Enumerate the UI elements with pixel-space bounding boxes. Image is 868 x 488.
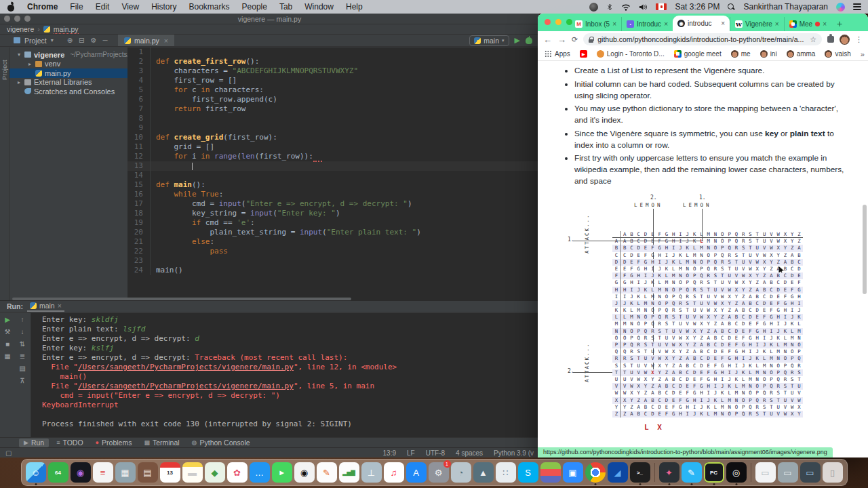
dock-item-minimized-window-3[interactable]: ▭ xyxy=(800,462,821,483)
menu-item-people[interactable]: People xyxy=(242,2,267,12)
code-line-20[interactable]: 20 plain_text_string = input("Enter plai… xyxy=(127,228,539,237)
rerun-button[interactable]: ▶ xyxy=(5,316,10,323)
dock-item-messages[interactable]: … xyxy=(250,462,270,483)
print-icon[interactable]: ▤ xyxy=(19,365,25,372)
dock-item-stacks-app[interactable] xyxy=(540,462,561,483)
scroll-to-end-icon[interactable]: ≣ xyxy=(20,352,25,360)
code-line-24[interactable]: 24main() xyxy=(127,266,539,275)
bookmark-me[interactable]: me xyxy=(731,50,751,58)
stop-button[interactable]: ■ xyxy=(5,340,9,348)
toolbar-icon[interactable]: ⊟ xyxy=(79,37,84,44)
volume-icon[interactable] xyxy=(639,3,648,11)
dock-item-keynote[interactable]: ⊥ xyxy=(361,462,382,483)
toolbar-icon[interactable]: ⊕ xyxy=(67,37,73,44)
browser-tab-inbox-5[interactable]: MInbox (5× xyxy=(570,17,621,31)
menu-item-help[interactable]: Help xyxy=(346,2,363,12)
status-app-icon[interactable] xyxy=(589,3,598,12)
dock-item-photo-viewer[interactable]: ▦ xyxy=(115,462,136,483)
code-line-1[interactable]: 1 xyxy=(127,47,539,57)
bookmark-vaish[interactable]: vaish xyxy=(825,50,850,58)
tool-window-tab-run[interactable]: ▶Run xyxy=(19,439,49,447)
close-run-tab-icon[interactable]: × xyxy=(58,302,62,310)
run-button[interactable]: ▶ xyxy=(515,36,520,45)
up-stack-trace-icon[interactable]: ↑ xyxy=(21,316,24,323)
profile-avatar[interactable] xyxy=(840,35,850,45)
menu-item-bookmarks[interactable]: Bookmarks xyxy=(189,2,230,12)
close-tab-icon[interactable]: × xyxy=(664,20,668,28)
dock-item-obs[interactable]: ◎ xyxy=(726,462,747,483)
editor-horizontal-scrollbar[interactable] xyxy=(12,298,351,300)
restore-layout-icon[interactable]: ▦ xyxy=(4,352,10,360)
menu-item-view[interactable]: View xyxy=(121,2,139,12)
tool-strip-project-label[interactable]: Project xyxy=(1,60,8,80)
input-source-flag-icon[interactable] xyxy=(656,3,667,10)
reload-button[interactable]: ⟳ xyxy=(572,35,578,44)
minimize-window-button[interactable] xyxy=(555,19,561,25)
bluetooth-icon[interactable] xyxy=(606,3,613,12)
browser-tab-vigen-re[interactable]: WVigenère× xyxy=(730,17,784,31)
dock-item-calendar[interactable]: 13 xyxy=(160,462,180,483)
soft-wrap-icon[interactable]: ⇅ xyxy=(20,340,25,348)
close-tab-icon[interactable]: × xyxy=(164,37,168,45)
status-item[interactable]: 4 spaces xyxy=(456,449,483,457)
tree-item-external-libraries[interactable]: ▸External Libraries xyxy=(9,78,127,87)
bookmark-youtube[interactable]: ▶ xyxy=(580,50,587,58)
tree-item-scratches-and-consoles[interactable]: Scratches and Consoles xyxy=(9,87,127,96)
omnibox[interactable]: github.com/pythoncodingkids/introduction… xyxy=(583,33,822,45)
bookmark-amma[interactable]: amma xyxy=(787,50,816,58)
apple-menu-icon[interactable] xyxy=(7,3,15,12)
tool-window-tab-problems[interactable]: ●Problems xyxy=(91,439,137,447)
edit-config-icon[interactable]: ⚒ xyxy=(5,328,11,336)
dock-item-paint-app[interactable]: ✦ xyxy=(659,462,679,483)
menu-user-name[interactable]: Sankirthan Thayaparan xyxy=(743,2,828,12)
code-line-12[interactable]: 12 for i in range(len(first_row)): xyxy=(127,152,539,161)
tree-item-main-py[interactable]: main.py xyxy=(9,68,127,78)
dock-item-zoom[interactable]: ▣ xyxy=(563,462,583,483)
code-line-8[interactable]: 8 xyxy=(127,114,539,123)
close-tab-icon[interactable]: × xyxy=(823,20,827,28)
code-line-10[interactable]: 10def create_grid(first_row): xyxy=(127,133,539,142)
code-line-19[interactable]: 19 if cmd == 'e': xyxy=(127,218,539,228)
browser-tab-introduc[interactable]: ▪Introduc× xyxy=(621,17,673,31)
page-scrollbar[interactable] xyxy=(863,205,867,294)
status-item[interactable]: Python 3.9 (v xyxy=(494,449,534,457)
dock-item-trash[interactable]: ▯ xyxy=(823,462,843,483)
dock-item-bluestacks[interactable]: 64 xyxy=(48,462,68,483)
run-tab-main[interactable]: main × xyxy=(27,301,64,312)
toolbar-icon[interactable]: ─ xyxy=(102,37,107,44)
fullscreen-window-button[interactable] xyxy=(566,19,572,25)
run-configuration-select[interactable]: main ▾ xyxy=(469,35,509,46)
dock-item-siri[interactable]: ◉ xyxy=(71,462,91,483)
down-stack-trace-icon[interactable]: ↓ xyxy=(21,328,24,336)
menu-item-tab[interactable]: Tab xyxy=(279,2,292,12)
dock-item-arcade-app[interactable]: ◉ xyxy=(294,462,315,483)
dock-item-minimized-window-1[interactable]: ▭ xyxy=(755,462,776,483)
status-item[interactable]: UTF-8 xyxy=(426,449,445,457)
close-tab-icon[interactable]: × xyxy=(775,20,779,28)
tree-item-venv[interactable]: ▸venv xyxy=(9,60,127,69)
code-line-18[interactable]: 18 key_string = input("Enter key: ") xyxy=(127,209,539,218)
dock-item-photos[interactable]: ✿ xyxy=(227,462,248,483)
dock-item-textedit[interactable]: ✎ xyxy=(317,462,337,483)
project-panel-header[interactable]: Project ▾ ⊕⊟⚙─ xyxy=(0,35,118,46)
close-window-button[interactable] xyxy=(545,19,551,25)
menu-item-window[interactable]: Window xyxy=(304,2,334,12)
dock-item-chrome[interactable] xyxy=(585,462,606,483)
editor-tab-main-py[interactable]: main.py × xyxy=(118,35,174,46)
dock-item-music[interactable]: ♫ xyxy=(384,462,404,483)
code-line-17[interactable]: 17 cmd = input("Enter e => encrypt, d =>… xyxy=(127,199,539,209)
chrome-menu-icon[interactable]: ⋮ xyxy=(855,35,863,44)
status-item[interactable]: LF xyxy=(407,449,415,457)
toolbar-icon[interactable]: ⚙ xyxy=(90,37,96,44)
code-line-16[interactable]: 16 while True: xyxy=(127,190,539,199)
code-line-9[interactable]: 9 xyxy=(127,123,539,133)
menu-item-chrome[interactable]: Chrome xyxy=(27,2,58,12)
code-line-21[interactable]: 21 else: xyxy=(127,237,539,247)
code-line-23[interactable]: 23 xyxy=(127,256,539,266)
forward-button[interactable]: → xyxy=(557,35,566,45)
code-line-14[interactable]: 14 xyxy=(127,171,539,180)
dock-item-skype[interactable]: S xyxy=(518,462,538,483)
bookmarks-overflow-icon[interactable]: » xyxy=(861,50,865,58)
spotlight-icon[interactable] xyxy=(728,3,735,11)
traceback-file-link[interactable]: /Users/sangeeth/PycharmProjects/vigenere… xyxy=(78,382,294,390)
